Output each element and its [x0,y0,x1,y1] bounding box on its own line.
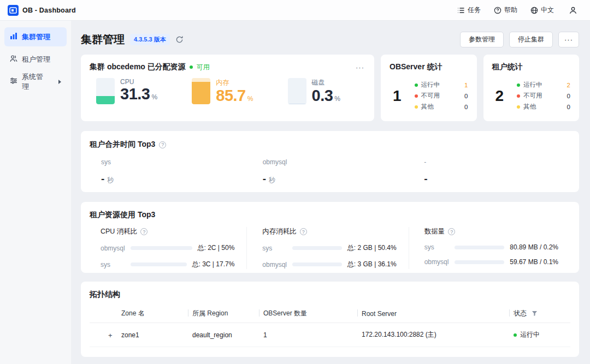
section-title: 内存消耗比 [262,227,297,236]
stat-value: 0 [567,104,570,110]
language-label: 中文 [541,5,554,15]
usage-row: obmysql 59.67 MB / 0.1% [424,258,558,266]
usage-row: obmysql 总: 2C | 50% [101,243,234,253]
disk-unit: % [334,95,340,103]
language-menu[interactable]: 中文 [530,5,554,15]
merge-value: - [101,173,104,185]
table-row[interactable]: + zone1 deault_region 1 172.20.143.100:2… [90,323,570,347]
status-badge: 运行中 [514,330,566,339]
sidebar-item-cluster-management[interactable]: 集群管理 [4,27,67,46]
memory-metric: 内存 85.7 % [192,78,253,105]
cluster-resource-card: 集群 obcedemo 已分配资源 可用 ··· CPU 31.3 % [81,55,374,121]
progress-bar [131,262,187,266]
help-menu[interactable]: 帮助 [494,5,517,15]
region-cell: deault_region [188,323,259,347]
tasks-menu[interactable]: 任务 [457,5,481,15]
brand-title: OB - Dashboard [22,7,76,14]
topology-card-title: 拓扑结构 [90,290,120,300]
help-circle-icon[interactable] [448,228,455,235]
cpu-gauge-icon [96,78,115,104]
tenant-other-row: 其他 0 [517,103,570,111]
memory-value: 85.7 [216,87,245,105]
help-icon [494,7,502,14]
expand-row-button[interactable]: + [108,331,113,338]
progress-bar [455,246,505,249]
yellow-status-dot [517,105,520,109]
stop-cluster-button[interactable]: 停止集群 [509,32,553,47]
topology-card: 拓扑结构 Zone 名 所属 Region OBServer 数量 Root S… [81,282,579,357]
memory-unit: % [247,95,253,103]
zone-name: zone1 [121,331,139,339]
sidebar-item-label: 集群管理 [22,32,50,42]
resource-card-title: 集群 obcedemo 已分配资源 [90,62,186,72]
cpu-usage-section: CPU 消耗比 obmysql 总: 2C | 50% sys 总: 3C | … [90,227,246,269]
tenant-name: sys [424,243,455,251]
tenant-name: - [424,158,570,166]
topbar-menu: 任务 帮助 中文 [457,4,579,16]
sidebar-item-system-management[interactable]: 系统管理 [4,72,67,91]
help-circle-icon[interactable] [300,228,307,235]
usage-value: 总: 3 GB | 36.1% [347,260,397,269]
merge-card-title: 租户合并时间 Top3 [90,140,155,150]
merge-item: sys - 秒 [90,158,247,185]
green-status-dot [415,83,418,87]
stat-value: 2 [567,82,570,88]
merge-time-card: 租户合并时间 Top3 sys - 秒 obmysql - 秒 - [81,131,579,192]
tasks-label: 任务 [468,5,481,15]
resource-card-more-button[interactable]: ··· [355,63,365,71]
overview-cards-row: 集群 obcedemo 已分配资源 可用 ··· CPU 31.3 % [81,55,579,121]
sidebar-item-label: 租户管理 [22,55,50,64]
page-title: 集群管理 [81,32,125,47]
cluster-status-dot [190,65,193,69]
user-avatar[interactable] [567,4,579,16]
refresh-button[interactable] [175,35,184,44]
settings-icon [10,77,17,86]
version-badge: 4.3.5.3 版本 [130,34,170,45]
observer-unavailable-row: 不可用 0 [415,92,468,100]
cpu-label: CPU [120,78,157,86]
users-icon [10,55,17,64]
sidebar-item-label: 系统管理 [22,72,48,92]
stat-label: 不可用 [421,92,440,100]
merge-value: - [424,173,427,185]
help-circle-icon[interactable] [140,228,148,235]
tenant-name: obmysql [101,244,131,252]
parameter-management-button[interactable]: 参数管理 [460,32,504,47]
stat-label: 运行中 [523,81,542,89]
observer-total: 1 [393,87,402,105]
merge-unit: 秒 [269,176,275,185]
disk-metric: 磁盘 0.3 % [288,78,341,105]
stat-label: 不可用 [523,92,542,100]
observer-count-cell: 1 [259,323,357,347]
section-title: CPU 消耗比 [101,227,137,236]
disk-value: 0.3 [312,87,333,105]
merge-unit: 秒 [107,176,114,185]
tenant-name: obmysql [263,158,409,166]
tenant-name: sys [101,158,247,166]
tenant-running-row: 运行中 2 [517,81,570,89]
help-circle-icon[interactable] [159,141,166,148]
progress-bar [292,246,342,250]
topbar: OB - Dashboard 任务 帮助 中文 [0,0,590,21]
progress-bar [455,260,505,264]
tenant-name: obmysql [262,261,292,268]
stat-value: 0 [464,93,468,99]
memory-gauge-icon [192,78,210,104]
header-actions: 参数管理 停止集群 ··· [460,32,579,47]
header-more-button[interactable]: ··· [558,32,579,47]
usage-row: sys 总: 2 GB | 50.4% [262,243,396,253]
stat-label: 运行中 [421,81,440,89]
sidebar-item-tenant-management[interactable]: 租户管理 [4,50,67,69]
ob-logo-icon [8,5,19,16]
red-status-dot [415,94,418,98]
data-volume-section: 数据量 sys 80.89 MB / 0.2% obmysql 59.67 MB… [409,227,570,269]
stat-value: 0 [567,93,570,99]
cpu-value: 31.3 [120,86,150,103]
brand: OB - Dashboard [8,5,76,16]
merge-item: obmysql - 秒 [247,158,409,185]
observer-stats-card: OBServer 统计 1 运行中 1 不可用 0 [381,55,477,121]
usage-card-title: 租户资源使用 Top3 [90,210,155,220]
filter-icon[interactable] [532,311,538,317]
column-header-zone: Zone 名 [90,305,188,323]
memory-label: 内存 [216,78,253,87]
